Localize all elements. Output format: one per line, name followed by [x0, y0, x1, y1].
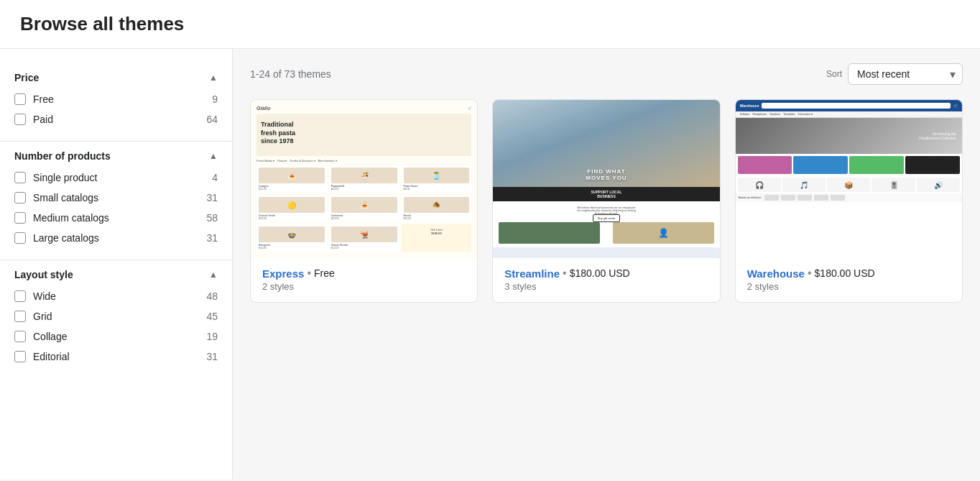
checkbox-paid[interactable] [14, 114, 26, 125]
theme-info-streamline: Streamline • $180.00 USD 3 styles [493, 258, 719, 302]
filter-item-grid: Grid 45 [14, 306, 218, 326]
filter-item-large: Large catalogs 31 [14, 228, 218, 248]
filter-label-collage: Collage [33, 331, 67, 342]
chevron-up-icon: ▲ [209, 73, 218, 83]
filter-label-wide: Wide [33, 290, 56, 302]
filter-count-editorial: 31 [206, 351, 218, 362]
filter-count-single: 4 [212, 172, 218, 183]
theme-styles-streamline: 3 styles [504, 281, 708, 292]
theme-name-express[interactable]: Express [262, 267, 304, 280]
theme-card-streamline: FIND WHATMOVES YOU SUPPORT LOCALBUSINESS… [492, 99, 720, 303]
filter-item-editorial: Editorial 31 [14, 347, 218, 367]
filter-item-medium: Medium catalogs 58 [14, 208, 218, 228]
content-area: 1-24 of 73 themes Sort Most recent Popul… [233, 49, 980, 480]
checkbox-collage[interactable] [14, 331, 26, 342]
theme-card-express: Giallo 🛒 Traditionalfresh pastasince 197… [250, 99, 478, 303]
themes-grid: Giallo 🛒 Traditionalfresh pastasince 197… [250, 99, 963, 303]
checkbox-medium[interactable] [14, 212, 26, 224]
filter-layout-header[interactable]: Layout style ▲ [14, 269, 218, 280]
filter-price-section: Price ▲ Free 9 Paid 64 [0, 63, 232, 142]
theme-preview-streamline: FIND WHATMOVES YOU SUPPORT LOCALBUSINESS… [493, 100, 719, 258]
checkbox-editorial[interactable] [14, 351, 26, 362]
filter-count-collage: 19 [206, 331, 218, 342]
theme-card-warehouse: Warehouse 🛒 SoftwareHeadphonesSpeakersTu… [735, 99, 963, 303]
filter-nop-section: Number of products ▲ Single product 4 Sm… [0, 142, 232, 260]
sort-select[interactable]: Most recent Popular Price: low to high P… [848, 63, 963, 85]
filter-nop-title: Number of products [14, 150, 111, 162]
theme-price-streamline: $180.00 USD [570, 267, 630, 279]
chevron-up-icon-2: ▲ [209, 151, 218, 161]
filter-item-wide: Wide 48 [14, 286, 218, 306]
sidebar: Price ▲ Free 9 Paid 64 Number of [0, 49, 233, 480]
theme-styles-express: 2 styles [262, 281, 466, 292]
filter-count-paid: 64 [206, 114, 218, 125]
filter-count-medium: 58 [206, 212, 218, 224]
checkbox-single[interactable] [14, 172, 26, 183]
filter-label-free: Free [33, 93, 54, 105]
themes-count: 1-24 of 73 themes [250, 68, 331, 80]
sort-wrapper: Most recent Popular Price: low to high P… [848, 63, 963, 85]
page-header: Browse all themes [0, 0, 980, 49]
filter-layout-section: Layout style ▲ Wide 48 Grid 45 [0, 260, 232, 378]
chevron-up-icon-3: ▲ [209, 270, 218, 280]
filter-label-small: Small catalogs [33, 192, 98, 203]
main-layout: Price ▲ Free 9 Paid 64 Number of [0, 49, 980, 480]
filter-layout-title: Layout style [14, 269, 73, 280]
filter-label-medium: Medium catalogs [33, 212, 109, 224]
filter-count-small: 31 [206, 192, 218, 203]
page-title: Browse all themes [20, 13, 960, 35]
filter-price-title: Price [14, 72, 39, 83]
filter-item-paid: Paid 64 [14, 109, 218, 129]
filter-label-editorial: Editorial [33, 351, 70, 362]
filter-label-large: Large catalogs [33, 232, 99, 244]
filter-nop-header[interactable]: Number of products ▲ [14, 150, 218, 162]
sort-label: Sort [826, 69, 842, 79]
filter-price-header[interactable]: Price ▲ [14, 72, 218, 83]
filter-count-wide: 48 [206, 290, 218, 302]
filter-item-single: Single product 4 [14, 168, 218, 188]
checkbox-grid[interactable] [14, 311, 26, 322]
theme-name-warehouse[interactable]: Warehouse [747, 267, 805, 280]
filter-count-large: 31 [206, 232, 218, 244]
checkbox-large[interactable] [14, 232, 26, 244]
filter-item-collage: Collage 19 [14, 326, 218, 347]
theme-info-warehouse: Warehouse • $180.00 USD 2 styles [736, 258, 962, 302]
filter-item-free: Free 9 [14, 89, 218, 109]
checkbox-wide[interactable] [14, 290, 26, 302]
filter-count-grid: 45 [206, 311, 218, 322]
sort-control: Sort Most recent Popular Price: low to h… [826, 63, 963, 85]
filter-label-grid: Grid [33, 311, 52, 322]
theme-info-express: Express • Free 2 styles [251, 258, 477, 302]
checkbox-free[interactable] [14, 93, 26, 105]
theme-styles-warehouse: 2 styles [747, 281, 951, 292]
filter-count-free: 9 [212, 93, 218, 105]
filter-label-paid: Paid [33, 114, 53, 125]
theme-preview-warehouse: Warehouse 🛒 SoftwareHeadphonesSpeakersTu… [736, 100, 962, 258]
theme-price-warehouse: $180.00 USD [815, 267, 875, 279]
theme-preview-express: Giallo 🛒 Traditionalfresh pastasince 197… [251, 100, 477, 258]
filter-item-small: Small catalogs 31 [14, 188, 218, 208]
checkbox-small[interactable] [14, 192, 26, 203]
content-toolbar: 1-24 of 73 themes Sort Most recent Popul… [250, 63, 963, 85]
filter-label-single: Single product [33, 172, 98, 183]
theme-price-express: Free [314, 267, 335, 279]
theme-name-streamline[interactable]: Streamline [504, 267, 560, 280]
